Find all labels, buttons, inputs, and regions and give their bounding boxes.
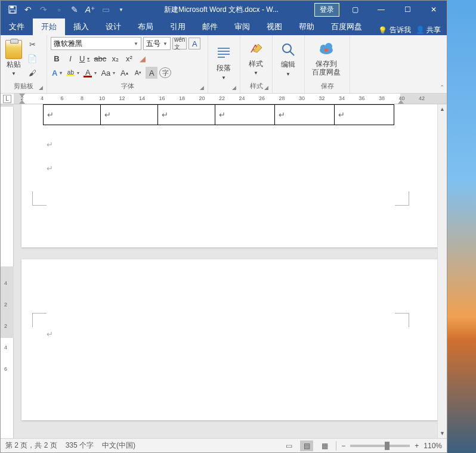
close-icon[interactable]: ✕ [421, 1, 447, 18]
share-button[interactable]: 👤 共享 [416, 25, 441, 35]
collapse-ribbon-icon[interactable]: ⌃ [440, 84, 444, 91]
quick-access-toolbar: ↶ ↷ ▫ ✎ A⁺ ▭ ▼ [1, 2, 128, 17]
svg-rect-6 [218, 57, 225, 58]
scroll-down-icon[interactable]: ▼ [438, 429, 447, 438]
titlebar: ↶ ↷ ▫ ✎ A⁺ ▭ ▼ 新建Microsoft Word 文档.docx … [1, 1, 447, 18]
styles-button[interactable]: A 样式▼ [243, 38, 269, 79]
word-count[interactable]: 335 个字 [66, 440, 94, 451]
svg-point-8 [283, 44, 291, 52]
qat-customize-icon[interactable]: ▼ [114, 2, 128, 17]
font-size-select[interactable]: 五号▼ [143, 37, 171, 50]
qat-icon-2[interactable]: ✎ [67, 2, 82, 17]
font-name-select[interactable]: 微软雅黑▼ [51, 37, 141, 50]
table-cell[interactable]: ↵ [275, 105, 335, 125]
text-effect-button[interactable]: A▾ [51, 67, 63, 79]
cut-icon[interactable]: ✂ [26, 38, 39, 51]
grow-font-icon[interactable]: A▴ [118, 67, 130, 79]
qat-icon-3[interactable]: A⁺ [83, 2, 97, 17]
underline-button[interactable]: U▾ [78, 52, 91, 64]
web-layout-icon[interactable]: ▦ [318, 440, 331, 451]
change-case-button[interactable]: Aa▾ [100, 67, 116, 79]
copy-icon[interactable]: 📄 [26, 52, 39, 65]
table-cell[interactable]: ↵ [335, 105, 394, 125]
read-mode-icon[interactable]: ▭ [282, 440, 295, 451]
font-label: 字体 [121, 82, 134, 89]
paragraph-button[interactable]: 段落▼ [211, 42, 237, 83]
save-baidu-button[interactable]: 保存到百度网盘 [307, 38, 345, 79]
svg-rect-1 [10, 6, 14, 8]
svg-line-9 [290, 51, 294, 55]
highlight-button[interactable]: ab▾ [65, 67, 81, 79]
ribbon-tabs: 文件 开始 插入 设计 布局 引用 邮件 审阅 视图 帮助 百度网盘 💡 告诉我… [1, 18, 447, 35]
zoom-in-icon[interactable]: + [415, 442, 419, 450]
save-icon[interactable] [5, 2, 20, 17]
para-launcher-icon[interactable]: ◢ [232, 85, 236, 91]
table-cell[interactable]: ↵ [215, 105, 275, 125]
tell-me-label: 告诉我 [390, 25, 411, 35]
document-area[interactable]: ↵↵↵↵↵↵ ↵ ↵ ↵ [14, 104, 447, 438]
ribbon-opts-icon[interactable]: ▢ [342, 1, 368, 18]
styles-launcher-icon[interactable]: ◢ [264, 85, 268, 91]
zoom-slider[interactable] [350, 445, 410, 447]
maximize-icon[interactable]: ☐ [394, 1, 421, 18]
tab-references[interactable]: 引用 [162, 18, 194, 35]
phonetic-icon[interactable]: wén文 [172, 38, 187, 49]
char-border-icon[interactable]: A [188, 38, 200, 49]
table-cell[interactable]: ↵ [44, 105, 101, 125]
clipboard-launcher-icon[interactable]: ◢ [39, 85, 43, 91]
svg-rect-5 [218, 54, 230, 55]
font-launcher-icon[interactable]: ◢ [200, 85, 204, 91]
editing-button[interactable]: 编辑▼ [275, 39, 301, 80]
table-cell[interactable]: ↵ [101, 105, 158, 125]
tab-view[interactable]: 视图 [258, 18, 290, 35]
subscript-button[interactable]: x₂ [109, 52, 121, 64]
format-painter-icon[interactable]: 🖌 [26, 66, 39, 79]
document-table[interactable]: ↵↵↵↵↵↵ [43, 104, 394, 125]
tab-baidu[interactable]: 百度网盘 [323, 18, 370, 35]
svg-rect-3 [218, 48, 230, 49]
ruler-horizontal[interactable]: 24681012141618202224262830323436384042 [1, 94, 447, 104]
login-button[interactable]: 登录 [314, 3, 339, 17]
scrollbar-vertical[interactable]: ▲ ▼ [437, 104, 447, 438]
styles-label: 样式 [250, 82, 263, 89]
window-title: 新建Microsoft Word 文档.docx - W... [128, 5, 314, 15]
table-cell[interactable]: ↵ [158, 105, 215, 125]
tab-layout[interactable]: 布局 [129, 18, 162, 35]
statusbar: 第 2 页，共 2 页 335 个字 中文(中国) ▭ ▤ ▦ − + 110% [1, 438, 447, 452]
scroll-up-icon[interactable]: ▲ [438, 104, 447, 114]
print-layout-icon[interactable]: ▤ [300, 440, 313, 451]
page-indicator[interactable]: 第 2 页，共 2 页 [5, 440, 57, 451]
save-label: 保存 [321, 82, 334, 89]
paragraph-mark: ↵ [47, 164, 53, 173]
char-shading-icon[interactable]: A [146, 67, 157, 79]
strike-button[interactable]: abc [92, 52, 107, 64]
undo-icon[interactable]: ↶ [21, 2, 35, 17]
font-color-button[interactable]: A▾ [82, 67, 98, 79]
paste-button[interactable]: 粘贴▼ [3, 39, 24, 79]
ribbon: 粘贴▼ ✂ 📄 🖌 剪贴板◢ 微软雅黑▼ 五号▼ wén文 A [1, 35, 447, 94]
redo-icon[interactable]: ↷ [36, 2, 51, 17]
qat-icon-1[interactable]: ▫ [52, 2, 66, 17]
italic-button[interactable]: I [64, 52, 76, 64]
zoom-out-icon[interactable]: − [341, 442, 345, 450]
tab-design[interactable]: 设计 [97, 18, 129, 35]
zoom-level[interactable]: 110% [424, 442, 442, 450]
svg-point-13 [324, 48, 328, 52]
qat-icon-4[interactable]: ▭ [98, 2, 113, 17]
shrink-font-icon[interactable]: A▾ [132, 67, 144, 79]
language-indicator[interactable]: 中文(中国) [102, 440, 135, 451]
tab-review[interactable]: 审阅 [226, 18, 258, 35]
page-2: ↵ [21, 259, 439, 420]
tab-mailings[interactable]: 邮件 [194, 18, 226, 35]
enclose-char-icon[interactable]: 字 [159, 67, 171, 78]
tab-home[interactable]: 开始 [33, 18, 65, 35]
tab-file[interactable]: 文件 [1, 18, 33, 35]
tell-me[interactable]: 💡 告诉我 [378, 25, 411, 35]
tab-insert[interactable]: 插入 [65, 18, 97, 35]
bold-button[interactable]: B [51, 52, 63, 64]
minimize-icon[interactable]: — [368, 1, 394, 18]
tab-help[interactable]: 帮助 [290, 18, 323, 35]
clear-format-icon[interactable]: ◢ [137, 52, 149, 64]
ruler-vertical[interactable]: 42246 [1, 104, 14, 438]
superscript-button[interactable]: x² [123, 52, 135, 64]
